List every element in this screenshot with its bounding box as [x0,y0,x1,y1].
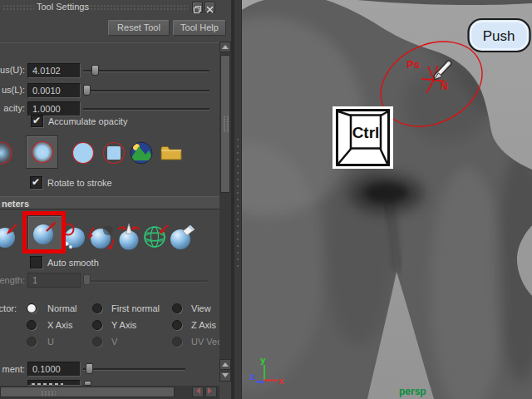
push-tooltip: Push [469,19,530,52]
titlebar-grip-texture [2,4,34,11]
radio-y-axis-label: Y Axis [111,320,136,330]
strength-slider-handle [83,274,91,285]
strength-label: ength: [0,275,25,285]
tool-settings-panel: Tool Settings Reset Tool Tool Help us(U)… [0,0,234,399]
displacement-slider-track[interactable] [83,368,185,371]
displacement-label: ment: [0,364,25,374]
auto-smooth-label: Auto smooth [47,258,99,268]
radio-view-label: View [191,303,211,313]
close-icon [205,5,214,14]
camera-persp-label: persp [399,386,426,397]
radio-first-normal[interactable] [92,303,102,313]
brush-soft-icon[interactable] [28,138,57,166]
accumulate-opacity-label: Accumulate opacity [48,116,127,126]
push-tooltip-label: Push [483,28,515,44]
brush-solid-icon[interactable] [69,139,97,167]
displacement-field[interactable] [27,362,81,377]
displacement-slider-handle[interactable] [86,363,93,374]
h-scrollbar-thumb[interactable] [0,387,175,397]
radio-uv-vector [172,337,182,347]
radius-u-slider-track[interactable] [83,70,209,72]
radio-z-axis-label: Z Axis [191,320,216,330]
axis-y-label: y [260,355,266,366]
h-scroll-left-button[interactable] [192,387,204,397]
tool-help-button[interactable]: Tool Help [173,20,226,36]
window-close-button[interactable] [204,2,215,12]
radio-u-label: U [47,337,54,347]
radio-u [27,337,37,347]
radius-l-field[interactable] [27,83,81,98]
parameters-section-header[interactable]: neters [0,196,219,209]
restore-icon [193,5,202,14]
v-scroll-down-button[interactable] [219,371,231,382]
radio-normal[interactable] [27,303,37,313]
brush-square-icon[interactable] [100,139,128,167]
radio-view[interactable] [172,303,182,313]
radio-first-normal-label: First normal [111,303,160,313]
radius-u-slider-handle[interactable] [91,65,99,76]
brush-soft-selected-cell[interactable] [26,135,58,169]
accumulate-opacity-checkbox[interactable] [31,115,43,127]
sculpt-erase-icon[interactable] [168,223,196,251]
v-thumb-grip [223,116,229,132]
brush-gaussian-icon[interactable] [0,139,15,167]
window-restore-button[interactable] [192,2,203,12]
annotation-highlight-box [22,211,66,254]
v-scrollbar-thumb[interactable] [220,55,230,193]
v-scroll-up2-button[interactable] [219,359,231,370]
frame-divider [0,42,234,43]
radio-x-axis-label: X Axis [47,320,73,330]
rotate-to-stroke-checkbox[interactable] [30,176,42,189]
up-arrow-icon [222,42,229,49]
brush-image-icon[interactable] [127,139,155,167]
radius-u-field[interactable] [27,63,81,78]
clipped-field [27,380,81,386]
sculpt-pinch-icon[interactable] [115,223,143,251]
titlebar-grip-texture [83,4,188,11]
rotate-to-stroke-label: Rotate to stroke [47,178,112,188]
folder-icon[interactable] [160,143,185,163]
reset-tool-button[interactable]: Reset Tool [108,20,170,36]
down-arrow-icon [222,373,229,381]
radius-u-label: us(U): [0,65,25,75]
splitter-bar[interactable] [234,0,242,399]
sculpt-push-icon[interactable] [0,222,22,250]
axis-x-label: x [278,376,284,387]
horizontal-scrollbar[interactable] [0,386,219,399]
radio-uv-vector-label: UV Vec [191,337,222,347]
radius-l-slider-track[interactable] [83,90,209,92]
h-scroll-right-button[interactable] [205,387,217,397]
axis-z-label: z [249,372,255,382]
opacity-slider-track[interactable] [83,108,209,111]
radius-l-slider-handle[interactable] [83,85,91,96]
vector-label: ector: [0,303,17,313]
ctrl-key-label: Ctrl [352,124,380,141]
brush-label-ps: Ps [406,58,420,71]
radius-l-label: us(L): [0,85,25,95]
right-arrow-icon [208,387,215,394]
panel-title: Tool Settings [37,2,89,12]
left-arrow-icon [193,387,200,394]
radio-y-axis[interactable] [92,320,102,330]
vertical-scrollbar[interactable] [219,52,231,359]
auto-smooth-checkbox[interactable] [30,256,42,268]
strength-slider-track [83,280,208,283]
radio-z-axis[interactable] [172,320,182,330]
opacity-label: acity: [0,103,25,113]
sculpt-relax-icon[interactable] [87,223,116,251]
radio-x-axis[interactable] [27,320,37,330]
h-thumb-grip [41,391,56,397]
panel-titlebar[interactable]: Tool Settings [0,0,234,14]
up-arrow-icon [222,359,229,367]
strength-field [27,273,81,288]
radio-v-label: V [111,337,117,347]
v-scroll-up-button[interactable] [219,42,231,52]
viewport-canvas[interactable]: Ps N Ctrl Push y x z persp [234,0,532,399]
brush-label-n: N [441,81,448,92]
radio-v [92,337,102,347]
ctrl-key-overlay: Ctrl [332,106,393,169]
radio-normal-label: Normal [47,303,76,313]
sculpt-flood-wireframe-icon[interactable] [142,222,170,250]
